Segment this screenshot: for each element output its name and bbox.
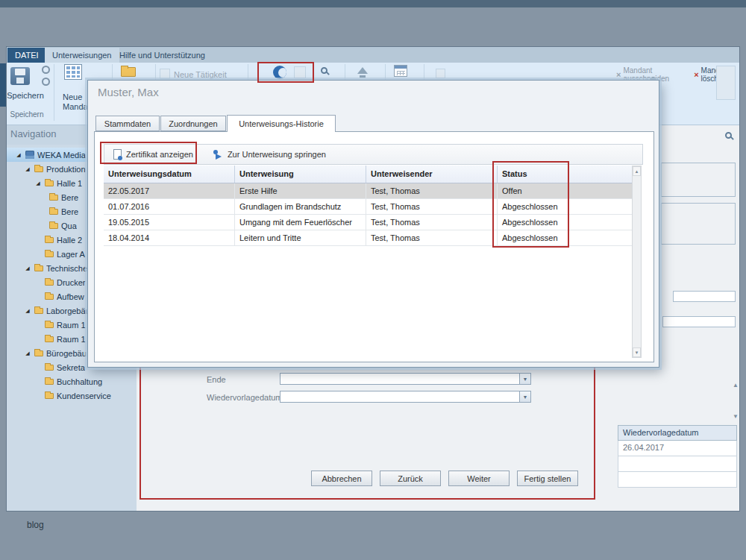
fertig-stellen-button[interactable]: Fertig stellen (517, 471, 578, 486)
right-panel-input[interactable] (662, 316, 736, 327)
redo-icon[interactable] (42, 78, 50, 86)
expand-arrow-icon[interactable]: ◢ (24, 265, 31, 271)
blog-watermark: blog (27, 520, 44, 530)
open-folder-icon[interactable] (121, 67, 136, 77)
column-header-unterweisung[interactable]: Unterweisung (235, 166, 366, 183)
history-table: Unterweisungsdatum Unterweisung Unterwei… (104, 166, 632, 246)
folder-icon (45, 180, 54, 186)
right-panel-box (661, 203, 736, 245)
wiedervorlage-date-cell[interactable]: 26.04.2017 (618, 441, 737, 456)
folder-icon (45, 280, 54, 286)
right-panel-input[interactable] (673, 291, 736, 302)
ende-combo[interactable]: ▼ (280, 373, 531, 385)
window-edge-accent (0, 63, 7, 107)
table-row[interactable]: 19.05.2015 Umgang mit dem Feuerlöscher T… (104, 215, 632, 230)
calendar-icon[interactable] (394, 65, 407, 77)
springen-label: Zur Unterweisung springen (228, 150, 326, 159)
panel-search-icon[interactable] (725, 132, 732, 139)
folder-icon (45, 336, 54, 342)
wiedervorlagedatum-combo[interactable]: ▼ (280, 391, 531, 403)
tab-hilfe[interactable]: Hilfe und Unterstützung (112, 48, 213, 63)
employee-dialog: Muster, Max Stammdaten Zuordnungen Unter… (87, 80, 659, 368)
new-mandant-button-line2[interactable]: Manda (63, 102, 88, 111)
zertifikat-anzeigen-button[interactable]: Zertifikat anzeigen (109, 147, 198, 162)
folder-icon (49, 195, 58, 201)
weiter-button[interactable]: Weiter (448, 471, 510, 486)
folder-icon (34, 308, 43, 314)
dialog-content: Zertifikat anzeigen Zur Unterweisung spr… (94, 131, 654, 362)
cutoff-ribbon-button (716, 66, 736, 100)
abbrechen-button[interactable]: Abbrechen (311, 471, 372, 486)
dialog-toolbar: Zertifikat anzeigen Zur Unterweisung spr… (104, 144, 643, 165)
tab-stammdaten[interactable]: Stammdaten (95, 116, 160, 131)
mandant-grid-icon[interactable] (64, 64, 82, 81)
scroll-up-icon[interactable]: ▲ (633, 166, 641, 176)
expand-arrow-icon[interactable]: ◢ (24, 166, 31, 172)
ende-label: Ende (207, 375, 226, 384)
folder-icon (34, 265, 43, 271)
wiedervorlage-grid: Wiedervorlagedatum 26.04.2017 . . (618, 425, 737, 488)
column-header-datum[interactable]: Unterweisungsdatum (104, 166, 235, 183)
folder-icon (49, 209, 58, 215)
folder-icon (45, 294, 54, 300)
expand-arrow-icon[interactable]: ◢ (24, 308, 31, 314)
undo-icon[interactable] (42, 66, 50, 74)
status-cell: Abgeschlossen (498, 230, 568, 245)
dialog-title: Muster, Max (98, 86, 159, 98)
new-mandant-button-line1[interactable]: Neue (63, 92, 82, 101)
neue-taetigkeit-button[interactable]: Neue Tätigkeit (174, 70, 227, 79)
nav-item-buchhaltung[interactable]: Buchhaltung (6, 374, 137, 388)
column-header-status[interactable]: Status (498, 166, 568, 183)
wiedervorlage-column-header[interactable]: Wiedervorlagedatum (618, 425, 737, 441)
wiedervorlagedatum-label: Wiedervorlagedatum (207, 393, 283, 402)
folder-icon (45, 379, 54, 385)
column-header-filler (568, 166, 632, 183)
top-title-strip (0, 0, 746, 7)
folder-icon (45, 251, 54, 257)
save-icon[interactable] (10, 67, 30, 85)
status-cell: Abgeschlossen (498, 199, 568, 214)
folder-icon (34, 166, 43, 172)
table-row[interactable]: 01.07.2016 Grundlagen im Brandschutz Tes… (104, 199, 632, 215)
folder-icon (45, 322, 54, 328)
tab-unterweisungen[interactable]: Unterweisungen (45, 48, 119, 63)
nav-item-kundenservice[interactable]: Kundenservice (6, 388, 137, 403)
table-header-row: Unterweisungsdatum Unterweisung Unterwei… (104, 166, 632, 183)
status-cell: Abgeschlossen (498, 215, 568, 230)
right-panel-box (661, 163, 736, 197)
column-header-unterweisender[interactable]: Unterweisender (366, 166, 498, 183)
delete-x-icon: × (694, 70, 698, 79)
zurueck-button[interactable]: Zurück (380, 471, 441, 486)
tab-datei[interactable]: DATEI (7, 48, 46, 63)
organization-icon (25, 151, 34, 159)
disabled-tool-icon (436, 69, 445, 78)
scroll-down-icon[interactable]: ▼ (633, 347, 641, 357)
jump-icon (213, 149, 223, 160)
save-button[interactable]: Speichern (4, 91, 46, 100)
empty-grid-row: . (618, 456, 737, 472)
scroll-up-icon[interactable]: ▲ (733, 382, 739, 388)
ribbon-separator (54, 64, 54, 121)
scroll-down-icon[interactable]: ▼ (733, 413, 739, 420)
cut-x-icon: × (616, 70, 621, 79)
expand-arrow-icon[interactable]: ◢ (15, 152, 22, 158)
folder-icon (49, 223, 58, 229)
chevron-down-icon[interactable]: ▼ (519, 391, 530, 402)
zur-unterweisung-springen-button[interactable]: Zur Unterweisung springen (208, 147, 330, 162)
empty-grid-row: . (618, 472, 737, 488)
folder-icon (45, 237, 54, 243)
chevron-down-icon[interactable]: ▼ (519, 374, 530, 384)
table-row[interactable]: 18.04.2014 Leitern und Tritte Test, Thom… (104, 230, 632, 246)
search-icon[interactable] (321, 67, 327, 74)
expand-arrow-icon[interactable]: ◢ (34, 180, 42, 186)
secondary-icon[interactable] (294, 66, 306, 78)
tab-zuordnungen[interactable]: Zuordnungen (160, 116, 226, 131)
table-scrollbar[interactable]: ▲ ▼ (632, 166, 642, 358)
upload-arrow-icon[interactable] (357, 67, 369, 78)
history-moon-icon[interactable] (273, 66, 286, 79)
expand-arrow-icon[interactable]: ◢ (24, 350, 31, 356)
tab-unterweisungs-historie[interactable]: Unterweisungs-Historie (227, 115, 336, 132)
status-cell: Offen (498, 183, 568, 198)
table-row[interactable]: 22.05.2017 Erste Hilfe Test, Thomas Offe… (104, 183, 632, 199)
ribbon-group-speichern: Speichern (4, 110, 49, 119)
